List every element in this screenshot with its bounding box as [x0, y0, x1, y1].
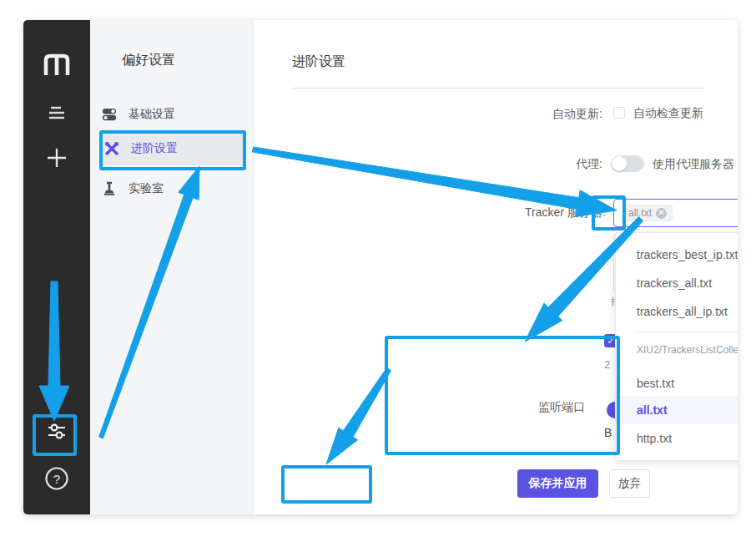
tracker-select[interactable]: all.txt ✕ ∧: [613, 199, 738, 227]
dropdown-item[interactable]: trackers_all.txt: [616, 269, 738, 297]
auto-check-update-checkbox-label[interactable]: 自动检查更新: [633, 106, 703, 121]
annotation-box-save-button: [281, 465, 372, 504]
annotation-box-advanced-settings: [99, 130, 246, 170]
proxy-toggle-label: 使用代理服务器: [653, 157, 734, 172]
tag-close-icon[interactable]: ✕: [656, 208, 667, 219]
dropdown-item-selected[interactable]: all.txt ✓: [616, 396, 738, 424]
dropdown-item[interactable]: best.txt: [616, 369, 738, 398]
task-list-icon[interactable]: [23, 105, 90, 120]
page-title: 进阶设置: [292, 53, 345, 71]
preferences-title: 偏好设置: [122, 52, 175, 69]
dropdown-item[interactable]: trackers_all_ip.txt: [616, 297, 738, 326]
svg-text:?: ?: [53, 472, 60, 486]
title-divider: [292, 88, 705, 89]
dropdown-item[interactable]: http.txt: [616, 424, 738, 453]
help-icon[interactable]: ?: [23, 466, 90, 491]
selected-tracker-tag: all.txt ✕: [622, 205, 673, 221]
lab-stamp-icon: [102, 181, 117, 196]
save-apply-button[interactable]: 保存并应用: [517, 469, 598, 498]
add-task-icon[interactable]: [23, 147, 90, 169]
tag-label: all.txt: [628, 207, 652, 219]
dropdown-group-label: XIU2/TrackersListCollection: [637, 344, 738, 356]
toggle-knob: [612, 156, 627, 171]
dropdown-group-divider: [635, 332, 738, 332]
proxy-toggle[interactable]: [611, 155, 644, 172]
discard-button[interactable]: 放弃: [609, 469, 650, 498]
auto-update-label: 自动更新:: [523, 107, 602, 122]
dropdown-item-label: all.txt: [637, 403, 668, 417]
motrix-logo-icon: [23, 53, 90, 75]
annotation-box-preferences-icon: [33, 414, 77, 456]
auto-check-update-checkbox[interactable]: [613, 107, 625, 119]
preferences-panel: 偏好设置 基础设置 进阶设置: [90, 20, 255, 514]
tracker-dropdown: trackers_best_ip.txt trackers_all.txt tr…: [615, 232, 738, 461]
proxy-label: 代理:: [523, 157, 602, 172]
dropdown-item[interactable]: trackers_best_ip.txt: [616, 241, 738, 269]
sidebar-item-lab[interactable]: 实验室: [102, 175, 244, 202]
sidebar-item-basic-settings[interactable]: 基础设置: [102, 101, 244, 128]
basic-settings-icon: [102, 107, 117, 122]
sidebar-item-label: 实验室: [129, 181, 164, 196]
app-window: ? 偏好设置 基础设置: [23, 20, 738, 514]
sidebar-item-label: 基础设置: [129, 107, 175, 122]
annotation-box-chevron: [592, 195, 626, 231]
annotation-box-dropdown-section: [385, 336, 620, 455]
